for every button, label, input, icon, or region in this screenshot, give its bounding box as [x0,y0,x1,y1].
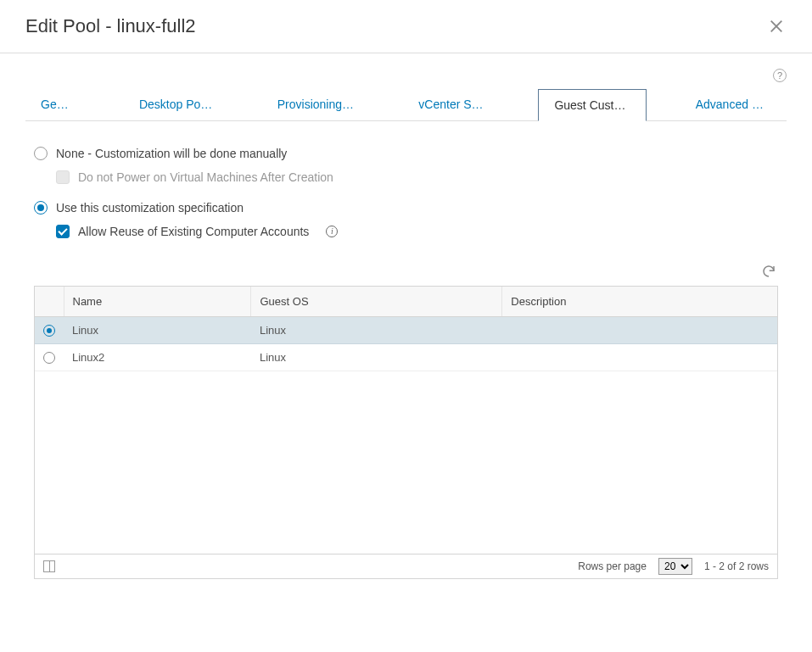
checkbox-reuse-accounts[interactable] [56,225,70,238]
dialog-title: Edit Pool - linux-full2 [25,15,196,37]
help-icon[interactable]: ? [773,69,787,82]
row-radio[interactable] [43,352,55,364]
radio-none-row: None - Customization will be done manual… [34,147,787,160]
refresh-row [0,255,812,286]
table-row[interactable]: Linux Linux [35,317,777,344]
tab-advanced-storage[interactable]: Advanced Stora... [680,89,787,120]
radio-usespec[interactable] [34,201,48,215]
cell-description [502,317,777,344]
row-radio[interactable] [43,325,55,337]
checkbox-no-poweron-row: Do not Power on Virtual Machines After C… [56,170,787,184]
refresh-icon[interactable] [761,264,776,279]
column-select [35,287,64,317]
range-text: 1 - 2 of 2 rows [704,560,769,572]
checkbox-reuse-row: Allow Reuse of Existing Computer Account… [56,225,787,238]
tab-content: None - Customization will be done manual… [0,121,812,238]
column-name[interactable]: Name [64,287,251,317]
table-empty-space [35,371,777,554]
cell-description [502,344,777,371]
tab-vcenter-settings[interactable]: vCenter Settings [403,89,504,120]
column-guestos[interactable]: Guest OS [251,287,502,317]
tab-desktop-pool-settings[interactable]: Desktop Pool S... [124,89,228,120]
tab-general[interactable]: General [25,89,90,120]
cell-guestos: Linux [251,344,502,371]
cell-name: Linux [64,317,251,344]
column-description[interactable]: Description [502,287,777,317]
radio-none-label: None - Customization will be done manual… [56,147,287,160]
tab-guest-customization[interactable]: Guest Customiz... [538,89,646,121]
radio-usespec-row: Use this customization specification [34,201,787,215]
tab-provisioning-settings[interactable]: Provisioning Set... [262,89,370,120]
rows-per-page-label: Rows per page [578,560,647,572]
spec-table: Name Guest OS Description Linux Linux Li… [34,286,778,579]
checkbox-no-poweron-label: Do not Power on Virtual Machines After C… [78,170,333,184]
close-icon[interactable] [766,16,787,36]
help-row: ? [0,53,812,82]
table-footer: Rows per page 20 1 - 2 of 2 rows [35,554,777,578]
radio-none[interactable] [34,147,48,160]
dialog-header: Edit Pool - linux-full2 [0,0,812,53]
checkbox-no-poweron [56,170,70,184]
tabs: General Desktop Pool S... Provisioning S… [25,82,787,121]
table-header-row: Name Guest OS Description [35,287,777,317]
column-toggle-icon[interactable] [43,560,55,572]
rows-per-page-select[interactable]: 20 [658,558,692,575]
table-row[interactable]: Linux2 Linux [35,344,777,371]
cell-name: Linux2 [64,344,251,371]
cell-guestos: Linux [251,317,502,344]
info-icon[interactable]: i [326,226,338,237]
radio-usespec-label: Use this customization specification [56,201,244,215]
checkbox-reuse-accounts-label: Allow Reuse of Existing Computer Account… [78,225,309,238]
